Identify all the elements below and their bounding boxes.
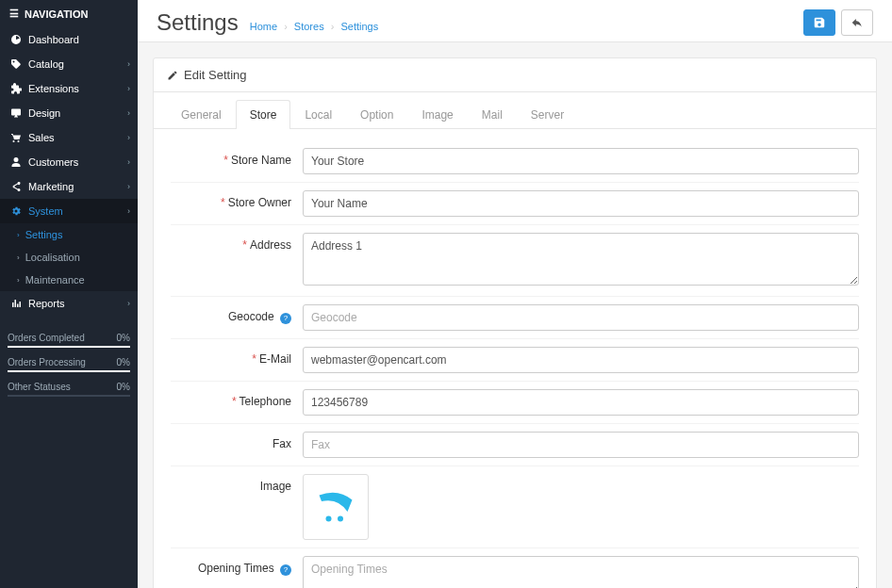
sidebar: ☰ NAVIGATION Dashboard Catalog › Extensi…: [0, 0, 138, 588]
label-image: Image: [171, 474, 303, 493]
label-telephone: *Telephone: [171, 389, 303, 408]
label-store-owner: *Store Owner: [171, 190, 303, 209]
tab-server[interactable]: Server: [517, 100, 578, 129]
stat-orders-processing: Orders Processing 0%: [8, 357, 130, 372]
fax-input[interactable]: [303, 432, 859, 458]
caret-icon: ›: [17, 276, 20, 285]
tab-general[interactable]: General: [167, 100, 236, 129]
sidebar-stats: Orders Completed 0% Orders Processing 0%…: [8, 333, 130, 406]
panel-title: Edit Setting: [184, 68, 247, 82]
sidebar-sub-localisation[interactable]: › Localisation: [0, 246, 138, 269]
stat-bar: [8, 395, 130, 397]
chevron-right-icon: ›: [127, 133, 130, 142]
save-button[interactable]: [803, 9, 835, 36]
stat-value: 0%: [117, 357, 130, 368]
sidebar-item-marketing[interactable]: Marketing ›: [0, 174, 138, 199]
sidebar-item-label: Catalog: [28, 58, 64, 70]
label-store-name: *Store Name: [171, 148, 303, 167]
sidebar-item-label: Marketing: [28, 181, 74, 192]
image-thumbnail[interactable]: [303, 474, 369, 540]
help-icon[interactable]: ?: [280, 564, 291, 576]
tab-store[interactable]: Store: [236, 100, 291, 129]
chevron-right-icon: ›: [127, 108, 130, 118]
reply-icon: [851, 16, 864, 29]
tab-local[interactable]: Local: [290, 100, 346, 129]
sidebar-item-catalog[interactable]: Catalog ›: [0, 52, 138, 76]
breadcrumb-sep: ›: [284, 21, 288, 32]
form-panel: Edit Setting General Store Local Option …: [153, 57, 877, 588]
sidebar-item-design[interactable]: Design ›: [0, 101, 138, 125]
chevron-right-icon: ›: [127, 206, 130, 216]
label-email: *E-Mail: [171, 347, 303, 366]
stat-label: Other Statuses: [8, 382, 71, 392]
panel-header: Edit Setting: [154, 58, 876, 92]
breadcrumb-settings[interactable]: Settings: [340, 21, 378, 32]
sidebar-item-dashboard[interactable]: Dashboard: [0, 27, 138, 52]
chart-icon: [9, 298, 23, 309]
stat-bar: [8, 346, 130, 348]
help-icon[interactable]: ?: [280, 313, 291, 324]
stat-label: Orders Completed: [8, 333, 85, 343]
menu-icon: ☰: [9, 8, 19, 20]
stat-other-statuses: Other Statuses 0%: [8, 382, 130, 397]
save-icon: [813, 16, 826, 29]
stat-label: Orders Processing: [8, 357, 86, 368]
sidebar-sub-label: Maintenance: [25, 274, 85, 286]
stat-bar: [8, 370, 130, 372]
sidebar-item-system[interactable]: System ›: [0, 199, 138, 223]
label-fax: Fax: [171, 432, 303, 450]
email-input[interactable]: [303, 347, 859, 373]
dashboard-icon: [9, 34, 23, 45]
breadcrumb-sep: ›: [331, 21, 335, 32]
chevron-right-icon: ›: [127, 299, 130, 308]
sidebar-item-extensions[interactable]: Extensions ›: [0, 76, 138, 101]
cart-icon: [9, 132, 23, 143]
tag-icon: [9, 58, 23, 70]
breadcrumb-home[interactable]: Home: [250, 21, 277, 32]
stat-value: 0%: [117, 382, 130, 392]
breadcrumb-stores[interactable]: Stores: [294, 21, 324, 32]
sidebar-item-label: Design: [28, 107, 60, 119]
user-icon: [9, 156, 23, 168]
caret-icon: ›: [17, 231, 20, 239]
sidebar-sub-label: Localisation: [25, 252, 80, 263]
sidebar-item-sales[interactable]: Sales ›: [0, 125, 138, 150]
breadcrumb: Home › Stores › Settings: [250, 21, 378, 32]
sidebar-header: ☰ NAVIGATION: [0, 0, 138, 27]
sidebar-sub-label: Settings: [25, 229, 63, 240]
store-owner-input[interactable]: [303, 190, 859, 217]
sidebar-item-customers[interactable]: Customers ›: [0, 150, 138, 174]
desktop-icon: [9, 107, 23, 119]
sidebar-item-label: Dashboard: [28, 34, 79, 45]
sidebar-sub-maintenance[interactable]: › Maintenance: [0, 269, 138, 291]
tab-image[interactable]: Image: [407, 100, 467, 129]
sidebar-item-label: Sales: [28, 132, 55, 143]
store-form: *Store Name *Store Owner *Address: [154, 129, 876, 588]
sidebar-sub-settings[interactable]: › Settings: [0, 223, 138, 246]
tab-mail[interactable]: Mail: [468, 100, 517, 129]
telephone-input[interactable]: [303, 389, 859, 416]
label-opening-times: Opening Times ?: [171, 556, 303, 576]
opening-times-textarea[interactable]: [303, 556, 859, 588]
svg-point-1: [338, 516, 343, 522]
sidebar-item-reports[interactable]: Reports ›: [0, 291, 138, 316]
sidebar-item-label: System: [28, 205, 63, 217]
tabs: General Store Local Option Image Mail Se…: [154, 92, 876, 129]
sidebar-sub-system: › Settings › Localisation › Maintenance: [0, 223, 138, 291]
label-geocode: Geocode ?: [171, 304, 303, 324]
chevron-right-icon: ›: [127, 182, 130, 191]
chevron-right-icon: ›: [127, 157, 130, 167]
caret-icon: ›: [17, 253, 20, 262]
back-button[interactable]: [841, 9, 873, 36]
sidebar-item-label: Customers: [28, 156, 78, 168]
tab-option[interactable]: Option: [346, 100, 407, 129]
page-title: Settings: [157, 9, 239, 36]
address-textarea[interactable]: [303, 233, 859, 286]
svg-point-0: [326, 516, 332, 522]
sidebar-item-label: Reports: [28, 298, 65, 309]
main: Settings Home › Stores › Settings: [138, 0, 892, 588]
stat-value: 0%: [117, 333, 130, 343]
store-name-input[interactable]: [303, 148, 859, 174]
geocode-input[interactable]: [303, 304, 859, 331]
chevron-right-icon: ›: [127, 84, 130, 93]
